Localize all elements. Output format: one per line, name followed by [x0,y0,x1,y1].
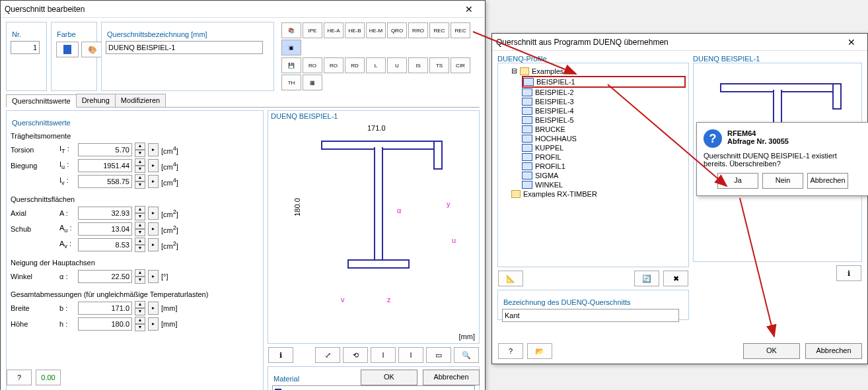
spin-down[interactable]: ▼ [135,276,145,284]
secbtn-extra[interactable]: ▦ [303,75,322,90]
tree-item[interactable]: BEISPIEL-4 [522,106,686,115]
secbtn-L[interactable]: L [366,57,386,73]
tree-root2[interactable]: Examples RX-TIMBER [511,189,686,199]
spin-up[interactable]: ▲ [135,143,145,150]
spin-down[interactable]: ▼ [135,245,145,252]
spin-up[interactable]: ▲ [135,158,145,166]
secbtn-IS[interactable]: IS [408,57,428,73]
view-4[interactable]: I [398,347,423,363]
spin-up[interactable]: ▲ [135,317,145,324]
step-btn[interactable]: ▸ [148,238,159,251]
secbtn-IPE[interactable]: IPE [303,22,322,38]
bez-input[interactable]: Kant [502,309,679,322]
tab-modifizieren[interactable]: Modifizieren [115,94,166,107]
secbtn-CIR[interactable]: CIR [451,57,470,73]
secbtn-HE-M[interactable]: HE-M [366,22,386,38]
dlg2-close-icon[interactable]: ✕ [840,37,863,48]
num-input[interactable]: 8.53 [78,238,132,251]
tree-item[interactable]: KUPPEL [522,143,686,152]
material-combo[interactable]: 1 | Baustahl S 355 | DIN EN 1993-1-1:201… [272,385,475,390]
step-btn[interactable]: ▸ [148,175,159,188]
secbtn-RO[interactable]: RO [303,57,322,73]
step-btn[interactable]: ▸ [148,207,159,220]
tree-item[interactable]: PROFIL [522,152,686,162]
tab-qsw[interactable]: Querschnittswerte [6,94,77,108]
help-button[interactable]: ? [7,370,32,385]
calc-button[interactable]: 0.00 [36,370,61,385]
dlg2-ok[interactable]: OK [743,343,800,359]
spin-down[interactable]: ▼ [135,166,145,173]
num-input[interactable]: 22.50 [78,270,132,283]
tree-item[interactable]: HOCHHAUS [522,134,686,143]
step-btn[interactable]: ▸ [148,159,159,172]
secbtn-TS[interactable]: TS [429,57,449,73]
secbtn-U[interactable]: U [387,57,407,73]
secbtn-HE-B[interactable]: HE-B [345,22,365,38]
spin-down[interactable]: ▼ [135,181,145,189]
nr-input[interactable]: 1 [11,41,40,54]
spin-up[interactable]: ▲ [135,206,145,213]
info-button[interactable]: ℹ [268,347,293,363]
view-3[interactable]: I [371,347,396,363]
spin-up[interactable]: ▲ [135,222,145,229]
tree-item[interactable]: PROFIL1 [522,162,686,171]
msg-nein[interactable]: Nein [762,173,803,189]
tree-item[interactable]: BEISPIEL-2 [522,88,686,97]
spin-down[interactable]: ▼ [135,150,145,157]
secbtn-REC[interactable]: REC [429,22,449,38]
secbtn-TH[interactable]: TH [281,75,301,90]
prof-add[interactable]: 📐 [498,271,523,286]
num-input[interactable]: 13.04 [78,222,132,236]
tree-root[interactable]: ⊟Examples [511,66,686,76]
tree-item[interactable]: BEISPIEL-1 [522,76,686,88]
spin-up[interactable]: ▲ [135,238,145,245]
spin-down[interactable]: ▼ [135,324,145,331]
sec-save[interactable]: 💾 [281,57,301,73]
desig-input[interactable]: DUENQ BEISPIEL-1 [106,41,263,54]
dlg1-ok[interactable]: OK [361,370,417,385]
num-input[interactable]: 1951.44 [78,159,132,172]
spin-down[interactable]: ▼ [135,308,145,315]
secbtn-QRO[interactable]: QRO [387,22,407,38]
tree-item[interactable]: BRUCKE [522,125,686,134]
preview2-info[interactable]: ℹ [836,265,861,281]
step-btn[interactable]: ▸ [148,302,159,315]
color-picker-button[interactable]: 🎨 [81,42,104,57]
spin-up[interactable]: ▲ [135,269,145,276]
view-1[interactable]: ⤢ [315,347,340,363]
sec-lib[interactable]: 📚 [281,22,301,38]
profile-tree[interactable]: ⊟Examples BEISPIEL-1BEISPIEL-2BEISPIEL-3… [497,63,689,267]
msg-ja[interactable]: Ja [717,173,758,189]
msg-abbr[interactable]: Abbrechen [807,173,848,189]
secbtn-RRO[interactable]: RRO [408,22,428,38]
num-input[interactable]: 5.70 [78,143,132,156]
view-5[interactable]: ▭ [426,347,451,363]
num-input[interactable]: 171.0 [78,302,132,315]
view-2[interactable]: ⟲ [343,347,368,363]
color-swatch[interactable] [56,42,79,57]
tree-item[interactable]: BEISPIEL-3 [522,97,686,106]
spin-down[interactable]: ▼ [135,213,145,220]
dlg2-help[interactable]: ? [498,343,523,359]
step-btn[interactable]: ▸ [148,270,159,283]
secbtn-HE-A[interactable]: HE-A [324,22,344,38]
step-btn[interactable]: ▸ [148,222,159,236]
view-6[interactable]: 🔍 [454,347,479,363]
dlg2-cancel[interactable]: Abbrechen [805,343,862,359]
prof-refresh[interactable]: 🔄 [634,271,659,286]
dlg1-cancel[interactable]: Abbrechen [423,370,480,385]
num-input[interactable]: 32.93 [78,207,132,220]
tree-item[interactable]: WINKEL [522,180,686,189]
secbtn-REC[interactable]: REC [451,22,470,38]
tree-item[interactable]: BEISPIEL-5 [522,115,686,125]
num-input[interactable]: 180.0 [78,317,132,331]
secbtn-RO[interactable]: RO [324,57,344,73]
spin-up[interactable]: ▲ [135,301,145,308]
prof-del[interactable]: ✖ [663,271,688,286]
tree-item[interactable]: SIGMA [522,171,686,180]
step-btn[interactable]: ▸ [148,317,159,331]
spin-up[interactable]: ▲ [135,174,145,181]
close-icon[interactable]: ✕ [457,4,481,15]
step-btn[interactable]: ▸ [148,143,159,156]
secbtn-duenq[interactable]: ▣ [281,40,301,55]
